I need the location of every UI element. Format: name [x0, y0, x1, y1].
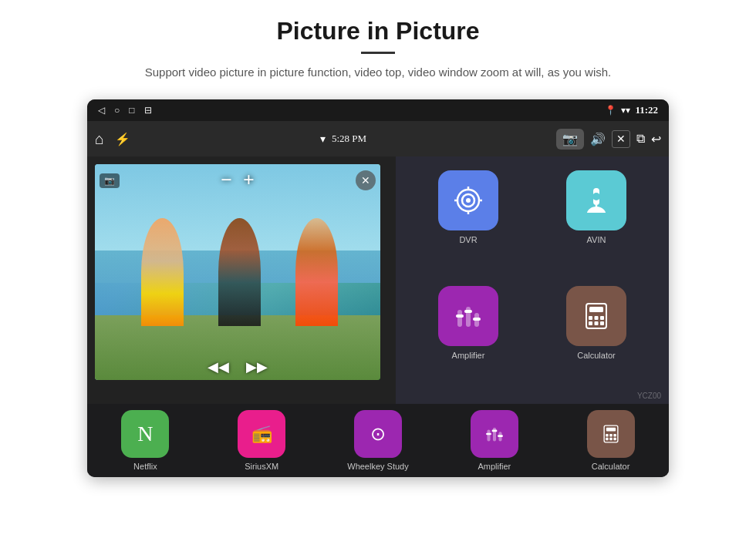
- nav-time: 5:28 PM: [332, 133, 366, 145]
- watermark: YCZ00: [637, 392, 661, 400]
- amplifier-icon: [451, 299, 485, 333]
- svg-rect-18: [589, 316, 592, 320]
- netflix-icon[interactable]: N: [121, 410, 169, 458]
- nav-left: ⌂ ⚡: [95, 130, 130, 148]
- video-person-2: [218, 218, 261, 326]
- svg-rect-13: [456, 314, 464, 318]
- pip-minus-button[interactable]: −: [221, 169, 232, 192]
- device-frame: ◁ ○ □ ⊟ 📍 ▾▾ 11:22 ⌂ ⚡ ▾ 5:28 PM: [87, 99, 669, 477]
- svg-rect-22: [595, 321, 599, 325]
- svg-rect-21: [589, 321, 592, 325]
- svg-rect-35: [606, 438, 608, 440]
- wheelkey-label: Wheelkey Study: [347, 462, 408, 471]
- calculator-icon-box[interactable]: [566, 286, 626, 346]
- svg-point-8: [592, 193, 600, 200]
- wheelkey-icon[interactable]: ⊙: [354, 410, 402, 458]
- pip-close-button[interactable]: ✕: [356, 170, 376, 190]
- calculator-icon: [579, 299, 613, 333]
- amplifier-bottom-icon[interactable]: [471, 410, 518, 458]
- svg-rect-10: [457, 310, 462, 327]
- usb-icon: ⚡: [115, 132, 130, 146]
- calculator-bottom-label: Calculator: [592, 462, 630, 471]
- siriusxm-label: SiriusXM: [245, 462, 278, 471]
- status-time: 11:22: [635, 104, 658, 116]
- dvr-label: DVR: [459, 235, 477, 244]
- pip-video-frame[interactable]: 📷 − + ✕ ◀◀ ▶▶: [95, 164, 380, 380]
- amplifier-label: Amplifier: [452, 351, 485, 360]
- svg-rect-37: [613, 438, 616, 440]
- app-cell-calculator: Calculator: [538, 286, 655, 391]
- title-divider: [361, 52, 395, 54]
- netflix-label: Netflix: [133, 462, 157, 471]
- svg-rect-24: [487, 430, 490, 442]
- app-nav-bar: ⌂ ⚡ ▾ 5:28 PM 📷 🔊 ✕ ⧉ ↩: [87, 121, 669, 156]
- netflix-icon-symbol: N: [137, 422, 153, 446]
- home-icon[interactable]: ⌂: [95, 130, 104, 148]
- android-status-bar: ◁ ○ □ ⊟ 📍 ▾▾ 11:22: [87, 99, 669, 121]
- calculator-bottom-icon[interactable]: [587, 410, 635, 458]
- app-slot-siriusxm: 📻 SiriusXM: [204, 410, 320, 471]
- nav-center: ▾ 5:28 PM: [130, 133, 556, 146]
- video-person-1: [141, 218, 184, 326]
- wifi-signal-icon: ▾: [320, 133, 326, 146]
- amplifier-bottom-label: Amplifier: [478, 462, 511, 471]
- svg-rect-11: [466, 307, 471, 327]
- app-slot-netflix: N Netflix: [87, 410, 204, 471]
- pip-video-inner: 📷 − + ✕ ◀◀ ▶▶: [95, 164, 380, 380]
- page-container: Picture in Picture Support video picture…: [0, 0, 756, 538]
- svg-point-6: [466, 198, 471, 203]
- status-left-icons: ◁ ○ □ ⊟: [98, 105, 152, 116]
- wifi-icon: ▾▾: [621, 105, 630, 116]
- back-icon[interactable]: ↩: [651, 132, 661, 146]
- calculator-bottom-icon-svg: [599, 422, 623, 446]
- svg-rect-31: [606, 428, 615, 432]
- video-person-3: [295, 218, 338, 326]
- menu-nav-icon[interactable]: ⊟: [144, 105, 152, 116]
- status-right-icons: 📍 ▾▾ 11:22: [605, 104, 658, 116]
- pip-next-button[interactable]: ▶▶: [246, 358, 268, 375]
- header-section: Picture in Picture Support video picture…: [0, 0, 756, 90]
- pip-prev-button[interactable]: ◀◀: [208, 358, 229, 375]
- wheelkey-icon-symbol: ⊙: [370, 423, 386, 445]
- pip-camera-badge: 📷: [100, 173, 120, 188]
- svg-rect-29: [498, 435, 503, 438]
- close-icon[interactable]: ✕: [612, 130, 630, 148]
- app-cell-avin: AVIN: [538, 170, 655, 275]
- bottom-apps-bar: N Netflix 📻 SiriusXM ⊙ Wheelkey Study: [87, 404, 669, 477]
- home-nav-icon[interactable]: ○: [114, 105, 120, 116]
- volume-icon[interactable]: 🔊: [590, 132, 606, 146]
- amplifier-icon-box[interactable]: [438, 286, 498, 346]
- svg-rect-33: [609, 434, 612, 436]
- pip-window-icon[interactable]: ⧉: [636, 132, 645, 146]
- back-nav-icon[interactable]: ◁: [98, 105, 105, 116]
- calculator-label: Calculator: [577, 351, 616, 360]
- svg-rect-20: [600, 316, 604, 320]
- pip-video-area: 📷 − + ✕ ◀◀ ▶▶: [87, 156, 396, 404]
- location-icon: 📍: [605, 105, 616, 116]
- siriusxm-icon[interactable]: 📻: [238, 410, 285, 458]
- svg-rect-14: [464, 310, 472, 313]
- siriusxm-icon-symbol: 📻: [251, 424, 272, 444]
- dvr-icon-box[interactable]: [438, 170, 498, 230]
- svg-rect-27: [486, 433, 491, 435]
- recent-nav-icon[interactable]: □: [129, 105, 134, 116]
- avin-label: AVIN: [587, 235, 606, 244]
- camera-icon: 📷: [562, 132, 578, 146]
- svg-rect-23: [600, 321, 604, 325]
- avin-icon-box[interactable]: [566, 170, 626, 230]
- app-grid: DVR AVIN: [396, 156, 669, 404]
- main-content: 📷 − + ✕ ◀◀ ▶▶: [87, 156, 669, 404]
- amplifier-bottom-icon-svg: [483, 422, 506, 446]
- app-slot-calculator-bottom: Calculator: [552, 410, 669, 471]
- svg-rect-17: [589, 307, 603, 312]
- page-title: Picture in Picture: [46, 17, 710, 45]
- svg-rect-34: [613, 434, 616, 436]
- app-cell-amplifier: Amplifier: [410, 286, 527, 391]
- svg-rect-36: [609, 438, 612, 440]
- app-slot-amplifier-bottom: Amplifier: [436, 410, 552, 471]
- pip-plus-button[interactable]: +: [243, 169, 255, 192]
- nav-right: 📷 🔊 ✕ ⧉ ↩: [556, 129, 661, 150]
- subtitle: Support video picture in picture functio…: [108, 63, 648, 81]
- camera-button[interactable]: 📷: [556, 129, 584, 150]
- svg-rect-15: [473, 318, 481, 321]
